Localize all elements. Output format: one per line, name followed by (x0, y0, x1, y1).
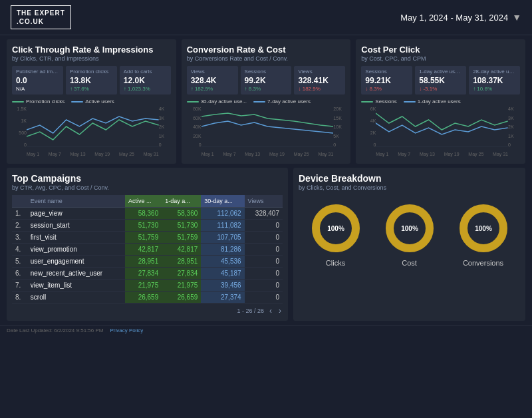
metric-card-1-0: Publisher ad impressions 0.0 N/A (12, 66, 63, 95)
metric-card-3-1: 1-day active users 58.55K ↓ -3.1% (415, 66, 466, 95)
metric-label-1-0: Publisher ad impressions (16, 69, 59, 75)
chart-area-2: 80K60K40K20K0 20K15K10K5K0 May 1May 7May… (187, 106, 346, 156)
row-event-name: page_view (27, 208, 125, 220)
metric-value-2-0: 328.4K (191, 76, 234, 85)
panel-title-2: Conversion Rate & Cost (187, 45, 346, 55)
panel-title-1: Click Through Rate & Impressions (12, 45, 171, 55)
row-views: 328,407 (245, 208, 283, 220)
col-30day: 30-day a... (201, 195, 244, 208)
metric-card-2-0: Views 328.4K ↑ 182.9% (187, 66, 238, 95)
logo-line2: .CO.UK (17, 17, 65, 26)
metric-value-2-2: 328.41K (298, 76, 341, 85)
metric-label-3-2: 28-day active users (473, 69, 516, 75)
device-subtitle: by Clicks, Cost, and Conversions (299, 184, 520, 191)
row-views: 0 (245, 280, 283, 292)
line-chart-2 (201, 106, 334, 147)
donut-chart-cost: 100% (383, 202, 436, 255)
legend-label-2-0: 30-day active use... (201, 99, 247, 104)
row-num: 2. (12, 220, 27, 232)
chart-y-right-3: 4K3K2K1K0 (508, 106, 520, 147)
row-1day: 27,834 (162, 268, 201, 280)
col-views: Views (245, 195, 283, 208)
row-1day: 51,759 (162, 232, 201, 244)
metric-card-3-2: 28-day active users 108.37K ↑ 10.6% (469, 66, 520, 95)
legend-label-1-1: Active users (85, 99, 114, 104)
bottom-row: Top Campaigns by CTR, Avg. CPC, and Cost… (7, 168, 525, 321)
metric-value-1-1: 13.8K (70, 76, 113, 85)
row-event-name: view_promotion (27, 244, 125, 256)
row-views: 0 (245, 256, 283, 268)
metric-cards-2: Views 328.4K ↑ 182.9% Sessions 99.2K ↑ 8… (187, 66, 346, 95)
row-active: 28,951 (125, 256, 162, 268)
donut-conversions: 100% Conversions (457, 202, 510, 267)
metric-label-2-2: Views (298, 69, 341, 75)
row-event-name: scroll (27, 292, 125, 304)
donut-clicks: 100% Clicks (309, 202, 362, 267)
panel-subtitle-3: by Cost, CPC, and CPM (361, 55, 520, 62)
metric-change-3-2: ↑ 10.6% (473, 86, 516, 92)
row-30day: 45,536 (201, 256, 244, 268)
donut-label-cost: Cost (402, 259, 417, 267)
top-panels-row: Click Through Rate & Impressions by Clic… (7, 39, 525, 164)
donut-chart-clicks: 100% (309, 202, 362, 255)
chart-y-left-1: 1.5K1K5000 (12, 106, 27, 147)
donut-row: 100% Clicks 100% Cost (299, 202, 520, 267)
chart-3: Sessions 1-day active users 6K4K2K0 4K3K… (361, 99, 520, 158)
date-range[interactable]: May 1, 2024 - May 31, 2024 ▼ (400, 12, 521, 23)
legend-item-3-1: 1-day active users (404, 99, 461, 104)
main-content: Click Through Rate & Impressions by Clic… (0, 35, 532, 325)
row-num: 5. (12, 256, 27, 268)
table-header-row: Event name Active ... 1-day a... 30-day … (12, 195, 283, 208)
col-event-name: Event name (27, 195, 125, 208)
device-breakdown-panel: Device Breakdown by Clicks, Cost, and Co… (293, 168, 525, 321)
row-1day: 26,659 (162, 292, 201, 304)
pagination-text: 1 - 26 / 26 (237, 308, 264, 314)
table-row: 8. scroll 26,659 26,659 27,374 0 (12, 292, 283, 304)
metric-card-2-1: Sessions 99.2K ↑ 8.3% (241, 66, 292, 95)
row-30day: 39,456 (201, 280, 244, 292)
line-chart-1 (27, 106, 159, 147)
panel-ctr-impressions: Click Through Rate & Impressions by Clic… (7, 39, 176, 164)
row-active: 26,659 (125, 292, 162, 304)
panel-subtitle-2: by Conversions Rate and Cost / Conv. (187, 55, 346, 62)
table-row: 3. first_visit 51,759 51,759 107,705 0 (12, 232, 283, 244)
metric-change-1-2: ↑ 1,023.3% (124, 86, 167, 92)
row-30day: 27,374 (201, 292, 244, 304)
chart-y-right-2: 20K15K10K5K0 (333, 106, 345, 147)
row-event-name: first_visit (27, 232, 125, 244)
metric-label-3-1: 1-day active users (419, 69, 462, 75)
donut-cost: 100% Cost (383, 202, 436, 267)
device-title: Device Breakdown (299, 173, 520, 184)
row-1day: 58,360 (162, 208, 201, 220)
legend-label-3-0: Sessions (375, 99, 396, 104)
chart-y-left-3: 6K4K2K0 (361, 106, 376, 147)
donut-label-clicks: Clicks (326, 259, 345, 267)
legend-item-3-0: Sessions (361, 99, 396, 104)
date-range-text: May 1, 2024 - May 31, 2024 (400, 13, 508, 23)
row-views: 0 (245, 244, 283, 256)
row-num: 6. (12, 268, 27, 280)
chart-2: 30-day active use... 7-day active users … (187, 99, 346, 158)
row-views: 0 (245, 220, 283, 232)
svg-text:100%: 100% (401, 225, 418, 232)
row-views: 0 (245, 268, 283, 280)
chart-legend-2: 30-day active use... 7-day active users (187, 99, 346, 104)
row-1day: 51,730 (162, 220, 201, 232)
chart-y-left-2: 80K60K40K20K0 (187, 106, 201, 147)
campaigns-table: Event name Active ... 1-day a... 30-day … (12, 195, 283, 304)
pagination-next[interactable]: › (277, 306, 283, 315)
footer-privacy-link[interactable]: Privacy Policy (110, 327, 143, 333)
metric-card-1-2: Add to carts 12.0K ↑ 1,023.3% (120, 66, 171, 95)
row-num: 8. (12, 292, 27, 304)
metric-change-1-0: N/A (16, 86, 59, 92)
row-num: 4. (12, 244, 27, 256)
chart-area-3: 6K4K2K0 4K3K2K1K0 May 1May 7May 13May 19… (361, 106, 520, 156)
metric-change-2-2: ↓ 182.9% (298, 86, 341, 92)
row-1day: 42,817 (162, 244, 201, 256)
campaigns-subtitle: by CTR, Avg. CPC, and Cost / Conv. (12, 184, 283, 191)
logo-line1: THE EXPERT (17, 9, 65, 17)
chart-x-labels-3: May 1May 7May 13May 19May 25May 31 (376, 152, 508, 156)
pagination-prev[interactable]: ‹ (268, 306, 273, 315)
metric-label-2-0: Views (191, 69, 234, 75)
footer: Date Last Updated: 6/2/2024 9:51:56 PM P… (0, 325, 532, 335)
